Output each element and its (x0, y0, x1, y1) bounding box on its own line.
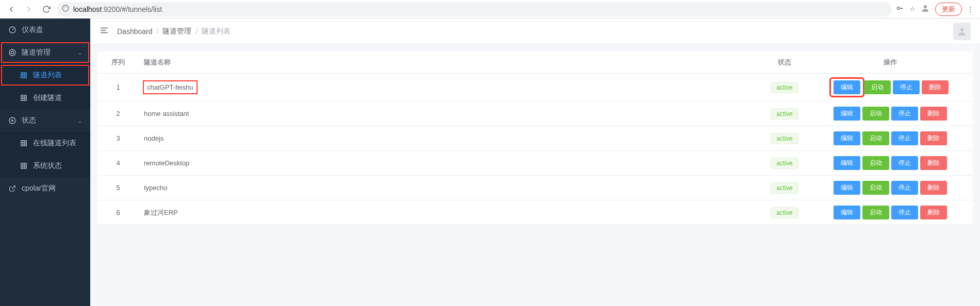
collapse-sidebar-button[interactable] (100, 26, 109, 37)
main-area: Dashboard / 隧道管理 / 隧道列表 序列 隧道名称 状态 (90, 19, 980, 306)
stop-button[interactable]: 停止 (893, 80, 920, 94)
cell-actions: 编辑启动停止删除 (808, 101, 973, 126)
forward-button[interactable] (22, 2, 36, 16)
delete-button[interactable]: 删除 (920, 206, 947, 219)
stop-button[interactable]: 停止 (891, 107, 918, 121)
star-icon[interactable]: ☆ (909, 5, 916, 13)
table-header-row: 序列 隧道名称 状态 操作 (97, 52, 973, 74)
topbar: Dashboard / 隧道管理 / 隧道列表 (90, 19, 980, 44)
address-bar[interactable]: localhost:9200/#/tunnels/list (57, 2, 892, 16)
grid-icon (20, 162, 28, 170)
edit-button[interactable]: 编辑 (834, 80, 860, 94)
target-icon (8, 48, 17, 57)
dashboard-icon (8, 26, 17, 34)
key-icon[interactable] (895, 5, 904, 13)
breadcrumb-item[interactable]: 隧道管理 (162, 27, 191, 36)
delete-button[interactable]: 删除 (920, 156, 947, 170)
cell-seq: 3 (97, 126, 139, 151)
svg-point-3 (897, 7, 900, 10)
sidebar-label: 隧道管理 (22, 48, 51, 57)
start-button[interactable]: 启动 (862, 206, 889, 219)
stop-button[interactable]: 停止 (891, 206, 918, 219)
start-button[interactable]: 启动 (864, 80, 891, 94)
cell-name: chatGPT-feishu (139, 74, 761, 101)
back-button[interactable] (4, 2, 19, 16)
sidebar-sub-system-status[interactable]: 系统状态 (0, 155, 90, 177)
cell-actions: 编辑启动停止删除 (808, 126, 973, 151)
delete-button[interactable]: 删除 (920, 181, 947, 195)
edit-button[interactable]: 编辑 (834, 206, 860, 219)
profile-icon[interactable] (921, 4, 930, 14)
cell-actions: 编辑启动停止删除 (808, 176, 973, 200)
svg-rect-17 (21, 95, 27, 101)
header-status: 状态 (761, 52, 808, 74)
browser-update-button[interactable]: 更新 (935, 3, 962, 16)
table-row: 3nodejsactive编辑启动停止删除 (97, 126, 973, 151)
site-info-icon[interactable] (62, 5, 69, 13)
browser-menu-icon[interactable]: ⋮ (967, 5, 974, 13)
external-link-icon (8, 184, 17, 193)
browser-toolbar: localhost:9200/#/tunnels/list ☆ 更新 ⋮ (0, 0, 980, 19)
content: 序列 隧道名称 状态 操作 1chatGPT-feishuactive编辑启动停… (90, 44, 980, 232)
status-badge: active (771, 182, 798, 194)
cell-name: nodejs (139, 126, 761, 151)
delete-button[interactable]: 删除 (920, 107, 947, 121)
delete-button[interactable]: 删除 (922, 80, 949, 94)
start-button[interactable]: 启动 (862, 107, 889, 121)
edit-button[interactable]: 编辑 (834, 131, 860, 145)
status-badge: active (771, 207, 798, 218)
sidebar-item-cpolar-site[interactable]: cpolar官网 (0, 177, 90, 200)
edit-button[interactable]: 编辑 (834, 181, 860, 195)
grid-icon (20, 139, 28, 147)
grid-icon (20, 71, 28, 79)
cell-status: active (761, 74, 808, 101)
status-badge: active (771, 82, 798, 93)
sidebar-sub-label: 系统状态 (33, 161, 62, 171)
sidebar-sub-online-tunnels[interactable]: 在线隧道列表 (0, 132, 90, 155)
tunnel-name: chatGPT-feishu (144, 81, 197, 93)
cell-actions: 编辑启动停止删除 (808, 200, 973, 225)
status-badge: active (771, 158, 798, 169)
svg-rect-25 (21, 141, 27, 146)
table-row: 5typechoactive编辑启动停止删除 (97, 176, 973, 200)
cell-seq: 5 (97, 176, 139, 200)
svg-point-7 (924, 5, 927, 8)
sidebar-sub-create-tunnel[interactable]: 创建隧道 (0, 87, 90, 109)
stop-button[interactable]: 停止 (891, 131, 918, 145)
start-button[interactable]: 启动 (862, 131, 889, 145)
cell-name: remoteDesktop (139, 151, 761, 176)
cell-status: active (761, 200, 808, 225)
breadcrumb-item[interactable]: Dashboard (117, 27, 153, 36)
table-row: 2home assistantactive编辑启动停止删除 (97, 101, 973, 126)
cell-name: 象过河ERP (139, 200, 761, 225)
table-row: 6象过河ERPactive编辑启动停止删除 (97, 200, 973, 225)
delete-button[interactable]: 删除 (920, 131, 947, 145)
cell-actions: 编辑启动停止删除 (808, 151, 973, 176)
sidebar-item-status[interactable]: 状态 ⌄ (0, 109, 90, 132)
user-avatar[interactable] (953, 23, 971, 40)
breadcrumb-current: 隧道列表 (202, 27, 231, 36)
header-seq: 序列 (97, 52, 139, 74)
sidebar-sub-tunnel-list[interactable]: 隧道列表 (0, 64, 90, 87)
stop-button[interactable]: 停止 (891, 156, 918, 170)
svg-line-9 (12, 28, 14, 30)
status-icon (8, 116, 17, 125)
cell-actions: 编辑启动停止删除 (808, 74, 973, 101)
grid-icon (20, 94, 28, 102)
breadcrumb-separator: / (195, 27, 198, 36)
start-button[interactable]: 启动 (862, 181, 889, 195)
svg-point-11 (11, 51, 13, 54)
sidebar-item-dashboard[interactable]: 仪表盘 (0, 19, 90, 41)
sidebar-item-tunnel-management[interactable]: 隧道管理 ⌄ (0, 41, 90, 64)
edit-button[interactable]: 编辑 (834, 107, 860, 121)
reload-button[interactable] (39, 2, 54, 16)
breadcrumb: Dashboard / 隧道管理 / 隧道列表 (117, 27, 231, 36)
svg-rect-30 (21, 163, 27, 169)
sidebar-label: cpolar官网 (22, 184, 56, 193)
svg-point-39 (960, 28, 964, 31)
stop-button[interactable]: 停止 (891, 181, 918, 195)
start-button[interactable]: 启动 (862, 156, 889, 170)
status-badge: active (771, 133, 798, 144)
breadcrumb-separator: / (157, 27, 159, 36)
edit-button[interactable]: 编辑 (834, 156, 860, 170)
